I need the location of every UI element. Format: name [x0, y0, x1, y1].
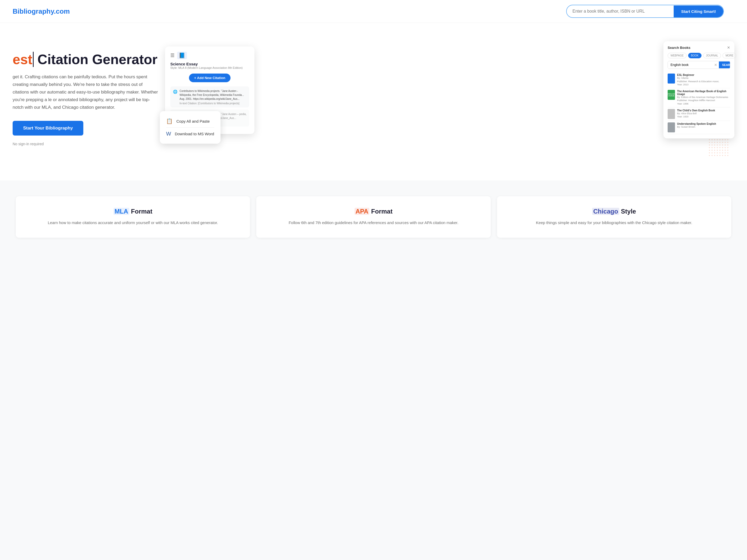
- main-search-input[interactable]: [567, 5, 674, 17]
- feature-mla-desc: Learn how to make citations accurate and…: [25, 219, 240, 226]
- book-search-input-row: ✕ SEARCH: [668, 61, 730, 69]
- hero-title-accent: est: [12, 52, 34, 67]
- hamburger-icon: ☰: [170, 53, 175, 58]
- feature-apa-title: APA Format: [266, 208, 481, 215]
- feature-mla-highlight: MLA: [113, 208, 129, 215]
- book-search-input[interactable]: [668, 61, 713, 69]
- add-citation-button[interactable]: + Add New Citation: [189, 74, 231, 82]
- book-cover-2: ENGLISH USAGE: [668, 90, 675, 100]
- tab-journal[interactable]: JOURNAL: [703, 53, 721, 58]
- hero-description: get it. Crafting citations can be painfu…: [12, 73, 160, 111]
- feature-apa: APA Format Follow 6th and 7th edition gu…: [256, 196, 490, 238]
- citation-text: Contributors to Wikimedia projects. "Jan…: [180, 89, 247, 101]
- search-card-close-button[interactable]: ✕: [727, 46, 730, 50]
- essay-card-style: Style: MLA 8 (Modern Language Associatio…: [170, 66, 249, 69]
- hero-note: No sign-in required: [12, 142, 160, 146]
- book-title-2: The American Heritage Book of English Us…: [677, 90, 730, 96]
- hero-cta-button[interactable]: Start Your Bibliography: [12, 121, 83, 136]
- book-result-2[interactable]: ENGLISH USAGE The American Heritage Book…: [668, 88, 730, 107]
- feature-apa-highlight: APA: [355, 208, 369, 215]
- feature-chicago-highlight: Chicago: [592, 208, 619, 215]
- book-result-1[interactable]: ESL Beginner By: AtlantaPublisher: Resea…: [668, 72, 730, 88]
- book-cover-4: [668, 123, 675, 132]
- book-search-button[interactable]: SEARCH: [719, 61, 730, 68]
- copy-label: Copy All and Paste: [176, 119, 210, 124]
- book-meta-3: By: Alice Eliza BollYear: 1920: [677, 112, 730, 118]
- hero-section: est Citation Generator get it. Crafting …: [0, 23, 747, 181]
- feature-chicago-title: Chicago Style: [507, 208, 722, 215]
- copy-all-paste-item[interactable]: 📋 Copy All and Paste: [166, 115, 214, 127]
- main-search-button[interactable]: Start Citing Smart!: [674, 5, 723, 17]
- tab-webpage[interactable]: WEBPAGE: [668, 53, 687, 58]
- header: Bibliography.com Start Citing Smart!: [0, 0, 747, 23]
- hero-title: est Citation Generator: [12, 52, 160, 67]
- copy-icon: 📋: [166, 118, 173, 124]
- book-meta-2: By: Editors of the American Heritage Dic…: [677, 96, 730, 106]
- citation-in-text: In-text Citation: [Contributors to Wikim…: [180, 102, 247, 105]
- feature-chicago: Chicago Style Keep things simple and eas…: [497, 196, 731, 238]
- book-info-3: The Child's Own English Book By: Alice E…: [677, 109, 730, 118]
- search-card-title: Search Books: [668, 46, 691, 50]
- site-logo[interactable]: Bibliography.com: [12, 7, 70, 16]
- card-main-header: ☰ 📘: [170, 52, 249, 59]
- search-clear-button[interactable]: ✕: [713, 63, 719, 67]
- features-section: MLA Format Learn how to make citations a…: [0, 181, 747, 254]
- tab-book[interactable]: BOOK: [688, 53, 701, 58]
- book-info-2: The American Heritage Book of English Us…: [677, 90, 730, 106]
- citation-entry: 🌐 Contributors to Wikimedia projects. "J…: [170, 86, 249, 107]
- globe-icon: 🌐: [173, 89, 177, 94]
- search-card-tabs: WEBPAGE BOOK JOURNAL MORE: [668, 53, 730, 58]
- essay-card-title: Science Essay: [170, 62, 249, 66]
- book-title-1: ESL Beginner: [677, 74, 730, 76]
- hero-text-block: est Citation Generator get it. Crafting …: [12, 52, 160, 146]
- feature-mla: MLA Format Learn how to make citations a…: [16, 196, 250, 238]
- book-cover-1: [668, 74, 675, 83]
- book-info-1: ESL Beginner By: AtlantaPublisher: Resea…: [677, 74, 730, 86]
- copy-download-popup: 📋 Copy All and Paste W Download to MS Wo…: [160, 111, 221, 144]
- book-result-4[interactable]: Understanding Spoken English By: Susan B…: [668, 121, 730, 134]
- book-meta-4: By: Susan Brown: [677, 125, 730, 129]
- download-word-item[interactable]: W Download to MS Word: [166, 128, 214, 139]
- hero-title-main: Citation Generator: [34, 52, 157, 67]
- book-cover-3: [668, 109, 675, 119]
- book-result-3[interactable]: The Child's Own English Book By: Alice E…: [668, 107, 730, 121]
- book-title-3: The Child's Own English Book: [677, 109, 730, 112]
- book-title-4: Understanding Spoken English: [677, 123, 730, 125]
- popup-divider: [166, 127, 214, 128]
- book-meta-1: By: AtlantaPublisher: Research & Educati…: [677, 76, 730, 86]
- search-books-card: Search Books ✕ WEBPAGE BOOK JOURNAL MORE…: [663, 41, 735, 138]
- book-blue-icon: 📘: [177, 52, 187, 59]
- book-info-4: Understanding Spoken English By: Susan B…: [677, 123, 730, 129]
- main-search-bar: Start Citing Smart!: [566, 5, 724, 18]
- word-icon: W: [166, 131, 171, 137]
- feature-apa-desc: Follow 6th and 7th edition guidelines fo…: [266, 219, 481, 226]
- dot-pattern-decoration: [708, 136, 729, 157]
- search-card-header: Search Books ✕: [668, 46, 730, 50]
- hero-illustration: " ☰ 📘 Science Essay Style: MLA 8 (Modern…: [160, 38, 735, 159]
- svg-rect-1: [708, 136, 729, 157]
- feature-mla-title: MLA Format: [25, 208, 240, 215]
- tab-more[interactable]: MORE: [723, 53, 736, 58]
- feature-chicago-desc: Keep things simple and easy for your bib…: [507, 219, 722, 226]
- download-label: Download to MS Word: [175, 132, 214, 136]
